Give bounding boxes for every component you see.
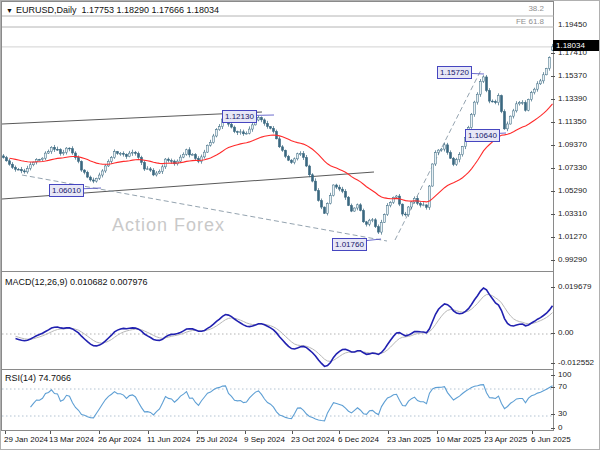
date-axis-label: 11 Jun 2024 [147,435,190,444]
price-axis-tick-mark [551,191,555,192]
price-axis-tick-mark [551,122,555,123]
current-price-badge: 1.18034 [553,40,600,51]
chart-window: Action Forex ▼EURUSD,Daily 1.17753 1.182… [0,0,600,450]
date-axis-tick-mark [197,431,198,434]
price-axis-tick-label: 1.13390 [558,94,587,103]
price-axis-tick-label: 1.05290 [558,186,587,195]
date-axis-tick-mark [148,431,149,434]
price-axis-tick-mark [551,168,555,169]
price-axis-tick-label: 1.11350 [558,117,586,126]
price-axis-tick-mark [551,237,555,238]
rsi-axis-tick-mark [551,414,555,415]
macd-axis-label: 0.00 [558,328,574,337]
rsi-label: RSI(14) 74.7066 [5,373,71,383]
price-annotation[interactable]: 1.06010 [49,184,84,197]
rsi-axis-label: 30 [558,409,567,418]
date-axis-label: 10 Mar 2025 [436,435,481,444]
rsi-axis-label: 70 [558,382,567,391]
symbol-dropdown-icon[interactable]: ▼ [6,7,13,14]
date-axis-label: 23 Jan 2025 [387,435,431,444]
price-axis-tick-label: 1.15370 [558,71,587,80]
date-axis-label: 9 Sep 2024 [244,435,285,444]
price-annotation[interactable]: 1.12130 [222,110,257,123]
price-annotation[interactable]: 1.15720 [437,66,472,79]
macd-axis-label: 0.019679 [558,282,591,291]
chart-title: ▼EURUSD,Daily 1.17753 1.18290 1.17666 1.… [6,5,219,15]
rsi-canvas [2,370,555,432]
price-axis-tick-label: 1.03310 [558,209,587,218]
rsi-axis-tick-mark [551,428,555,429]
date-axis-tick-mark [245,431,246,434]
rsi-axis-tick-mark [551,387,555,388]
date-axis-label: 6 Dec 2024 [338,435,379,444]
price-axis-tick-label: 0.99290 [558,255,587,264]
date-axis-tick-mark [5,431,6,434]
price-axis-tick-mark [551,76,555,77]
price-annotation[interactable]: 1.01760 [332,238,367,251]
date-axis-tick-mark [99,431,100,434]
date-axis-label: 29 Jan 2024 [4,435,48,444]
macd-axis-tick-mark [551,333,555,334]
macd-axis-label: -0.012552 [558,358,594,367]
date-axis-label: 6 Jun 2025 [531,435,571,444]
date-axis-label: 23 Oct 2024 [291,435,335,444]
price-axis-tick-mark [551,53,555,54]
macd-label: MACD(12,26,9) 0.010682 0.007976 [5,277,148,287]
rsi-panel[interactable] [1,369,554,431]
rsi-axis-label: 100 [558,370,571,379]
date-axis-label: 13 Mar 2024 [49,435,94,444]
price-axis-tick-label: 1.01270 [558,232,587,241]
price-annotation[interactable]: 1.10640 [465,129,500,142]
date-axis-tick-mark [50,431,51,434]
date-axis-tick-mark [485,431,486,434]
date-axis-label: 26 Apr 2024 [98,435,141,444]
price-axis-tick-label: 1.07330 [558,163,587,172]
price-axis-tick-mark [551,145,555,146]
date-axis-label: 23 Apr 2025 [484,435,527,444]
date-axis-tick-mark [437,431,438,434]
date-axis-tick-mark [292,431,293,434]
fib-level-382-label: 38.2 [484,4,544,13]
rsi-axis-label: 0 [558,423,562,432]
price-axis-tick-mark [551,260,555,261]
watermark-text: Action Forex [112,215,225,236]
macd-axis-tick-mark [551,287,555,288]
date-axis-tick-mark [532,431,533,434]
rsi-axis-tick-mark [551,375,555,376]
macd-axis-tick-mark [551,363,555,364]
date-axis[interactable]: 29 Jan 202413 Mar 202426 Apr 202411 Jun … [1,431,600,450]
price-axis-tick-mark [551,214,555,215]
fib-level-fe618-label: FE 61.8 [484,17,544,26]
date-axis-tick-mark [388,431,389,434]
price-axis-top-value: 1.19450 [558,20,587,29]
price-axis-tick-mark [551,99,555,100]
symbol-name: EURUSD,Daily [16,5,77,15]
ohlc-values: 1.17753 1.18290 1.17666 1.18034 [81,5,219,15]
date-axis-label: 25 Jul 2024 [196,435,237,444]
date-axis-tick-mark [339,431,340,434]
price-axis-tick-label: 1.09370 [558,140,587,149]
